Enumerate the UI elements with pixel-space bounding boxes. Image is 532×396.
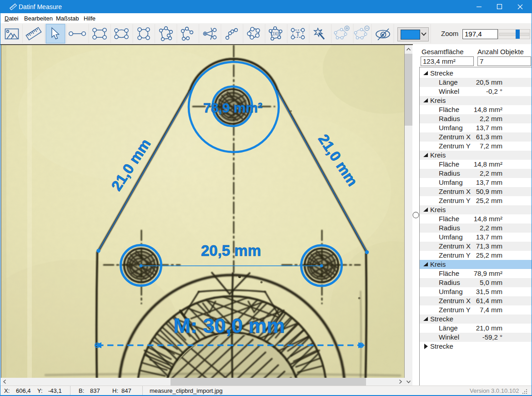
svg-text:DXF: DXF (271, 31, 280, 36)
svg-text:T: T (296, 30, 300, 38)
svg-text:M: 30,0 mm: M: 30,0 mm (173, 314, 285, 337)
svg-text:20,5 mm: 20,5 mm (201, 242, 261, 259)
svg-text:78,9 mm²: 78,9 mm² (203, 100, 262, 115)
